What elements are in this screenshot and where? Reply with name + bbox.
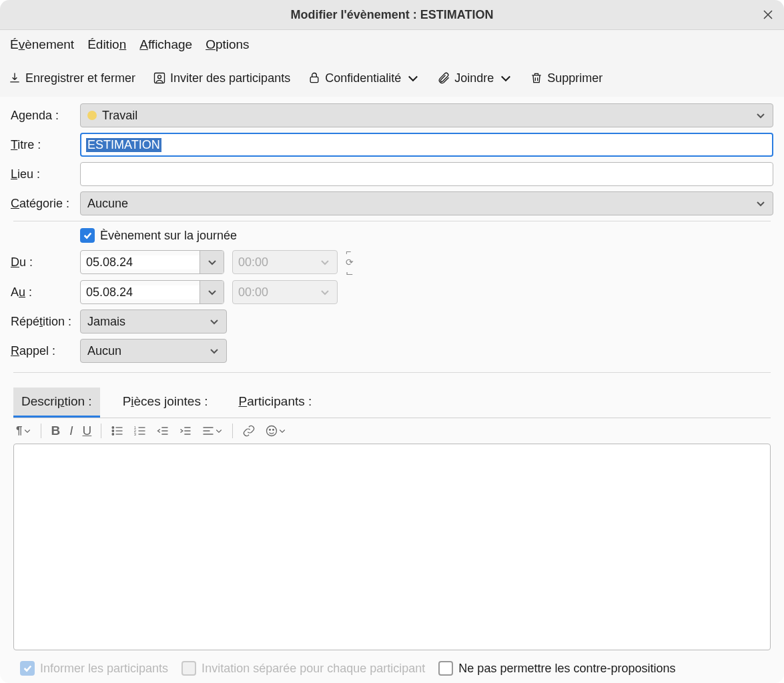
calendar-color-dot <box>87 111 97 120</box>
date-from-dropdown[interactable] <box>200 251 224 273</box>
label-separate: Invitation séparée pour chaque participa… <box>202 662 425 676</box>
close-icon[interactable] <box>761 8 775 21</box>
svg-rect-2 <box>310 77 318 82</box>
label-location: Lieu : <box>7 167 80 181</box>
svg-point-1 <box>158 75 161 79</box>
attach-button[interactable]: Joindre <box>437 71 512 85</box>
paperclip-icon <box>437 71 450 85</box>
trash-icon <box>530 71 543 85</box>
paragraph-style-button[interactable]: ¶ <box>16 424 31 438</box>
date-to-dropdown[interactable] <box>200 281 224 303</box>
people-icon <box>153 71 166 85</box>
chevron-down-icon <box>209 316 220 327</box>
svg-text:3: 3 <box>134 432 136 436</box>
label-notify: Informer les participants <box>40 662 168 676</box>
date-from-input[interactable]: 05.08.24 <box>80 250 224 274</box>
toolbar: Enregistrer et fermer Inviter des partic… <box>0 59 784 97</box>
outdent-button[interactable] <box>156 424 169 438</box>
repeat-select[interactable]: Jamais <box>80 309 227 333</box>
time-from-input: 00:00 <box>232 250 338 274</box>
all-day-checkbox[interactable] <box>80 228 95 243</box>
privacy-button[interactable]: Confidentialité <box>308 71 420 85</box>
svg-point-5 <box>112 434 114 436</box>
label-title: Titre : <box>7 138 80 152</box>
label-nocounter: Ne pas permettre les contre-propositions <box>458 662 675 676</box>
label-repeat: Répétition : <box>7 315 80 329</box>
chevron-down-icon <box>499 71 512 85</box>
delete-button[interactable]: Supprimer <box>530 71 603 85</box>
time-to-input: 00:00 <box>232 280 338 304</box>
tab-participants[interactable]: Participants : <box>230 388 320 418</box>
menu-options[interactable]: Options <box>206 37 249 52</box>
italic-button[interactable]: I <box>69 424 73 438</box>
emoji-button[interactable] <box>265 424 286 438</box>
label-category: Catégorie : <box>7 197 80 211</box>
tabs: Description : Pièces jointes : Participa… <box>13 388 777 418</box>
chevron-down-icon <box>755 198 766 209</box>
location-input[interactable] <box>80 162 773 186</box>
window-title: Modifier l'évènement : ESTIMATION <box>291 8 494 22</box>
lock-icon <box>308 71 321 85</box>
svg-point-9 <box>267 426 277 436</box>
notify-participants-checkbox <box>20 661 35 676</box>
link-button[interactable] <box>242 424 256 438</box>
reminder-select[interactable]: Aucun <box>80 339 227 363</box>
svg-point-3 <box>112 427 114 429</box>
number-list-button[interactable]: 123 <box>133 424 147 438</box>
title-input[interactable]: ESTIMATION <box>80 133 773 157</box>
footer-options: Informer les participants Invitation sép… <box>7 657 777 682</box>
timezone-link-icon[interactable]: ⌐⟳⌙ <box>346 247 354 277</box>
chevron-down-icon <box>209 346 220 356</box>
tab-attachments[interactable]: Pièces jointes : <box>115 388 216 418</box>
menubar: Évènement Édition Affichage Options <box>0 30 784 59</box>
save-close-button[interactable]: Enregistrer et fermer <box>8 71 135 85</box>
chevron-down-icon <box>406 71 420 85</box>
svg-point-11 <box>273 430 274 431</box>
bold-button[interactable]: B <box>51 424 60 438</box>
chevron-down-icon <box>755 110 766 121</box>
tab-description[interactable]: Description : <box>13 388 100 418</box>
label-to: Au : <box>7 285 80 299</box>
editor-toolbar: ¶ B I U 123 <box>7 418 777 444</box>
svg-point-10 <box>270 430 271 431</box>
save-icon <box>8 71 21 85</box>
svg-rect-0 <box>155 73 165 83</box>
description-editor[interactable] <box>13 444 771 650</box>
menu-event[interactable]: Évènement <box>10 37 74 52</box>
label-from: Du : <box>7 255 80 269</box>
label-reminder: Rappel : <box>7 344 80 358</box>
menu-display[interactable]: Affichage <box>139 37 192 52</box>
label-agenda: Agenda : <box>7 109 80 123</box>
bullet-list-button[interactable] <box>111 424 124 438</box>
align-button[interactable] <box>202 424 223 438</box>
no-counter-checkbox[interactable] <box>438 661 453 676</box>
agenda-select[interactable]: Travail <box>80 103 773 127</box>
separate-invite-checkbox <box>181 661 196 676</box>
date-to-input[interactable]: 05.08.24 <box>80 280 224 304</box>
menu-edition[interactable]: Édition <box>87 37 126 52</box>
svg-point-4 <box>112 430 114 432</box>
indent-button[interactable] <box>179 424 192 438</box>
titlebar: Modifier l'évènement : ESTIMATION <box>0 0 784 30</box>
label-all-day: Èvènement sur la journée <box>100 229 237 243</box>
underline-button[interactable]: U <box>82 424 91 438</box>
category-select[interactable]: Aucune <box>80 191 773 215</box>
invite-button[interactable]: Inviter des participants <box>153 71 290 85</box>
